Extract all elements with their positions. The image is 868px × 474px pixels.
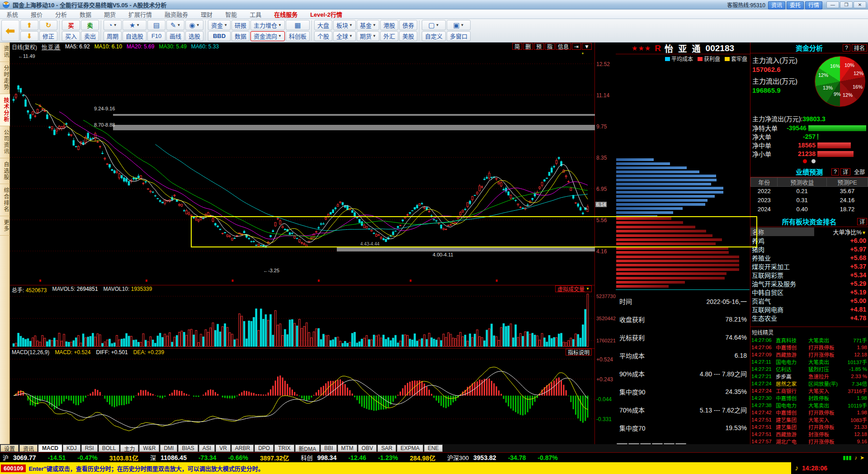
toolbar-买入-button[interactable]: 买入 <box>62 31 80 42</box>
alert-row[interactable]: 14:27:06中嘉博创打开跌停板1.98 <box>750 344 868 351</box>
report-image-icon[interactable]: ▤ <box>147 20 165 30</box>
fund-button-排名[interactable]: 排名 <box>852 44 867 52</box>
board-row-中韩自贸区[interactable]: 中韩自贸区+5.19 <box>750 288 868 296</box>
menu-扩展行情[interactable]: 扩展行情 <box>122 10 158 19</box>
alert-row[interactable]: 14:27:30中嘉博创封跌停板1.98 <box>750 394 868 402</box>
alert-row[interactable]: 14:27:42中嘉博创打开跌停板1.98 <box>750 409 868 416</box>
pencil-icon[interactable]: ✎▼ <box>166 20 184 30</box>
menu-报价[interactable]: 报价 <box>24 10 49 19</box>
menu-数据[interactable]: 数据 <box>73 10 98 19</box>
board-row-生态农业[interactable]: 生态农业+4.78 <box>750 313 868 322</box>
board-row-油气开采及服务[interactable]: 油气开采及服务+5.29 <box>750 279 868 288</box>
virtual-volume-button[interactable]: 虚拟成交量▼ <box>555 285 592 292</box>
indicator-tab-TRIX[interactable]: TRIX <box>274 445 294 452</box>
chart-area[interactable]: 日线(复权) 怡亚通 MA5: 6.92MA10: 6.10MA20: 5.69… <box>10 43 595 444</box>
board-row-煤炭开采加工[interactable]: 煤炭开采加工+5.37 <box>750 262 868 270</box>
kline-volume-macd-canvas[interactable] <box>10 43 595 446</box>
board-row-互联网彩票[interactable]: 互联网彩票+5.34 <box>750 270 868 279</box>
kline-button-信息[interactable]: 信息 <box>556 43 571 50</box>
fund-button-?[interactable]: ? <box>843 44 850 52</box>
toolbar-F10-button[interactable]: F10 <box>147 31 165 42</box>
board-row-页岩气[interactable]: 页岩气+5.00 <box>750 296 868 305</box>
up-arrow-icon[interactable]: ⬆ <box>20 20 38 30</box>
board-row-互联网电商[interactable]: 互联网电商+4.81 <box>750 305 868 313</box>
kline-button-指[interactable]: 指 <box>545 43 555 50</box>
indicator-tab-SAR[interactable]: SAR <box>377 445 396 452</box>
toolbar-卖出-button[interactable]: 卖出 <box>81 31 99 42</box>
toolbar-外汇-button[interactable]: 外汇 <box>380 31 398 42</box>
indicator-tab-KDJ[interactable]: KDJ <box>63 445 80 452</box>
menu-分析[interactable]: 分析 <box>49 10 73 19</box>
alert-row[interactable]: 14:27:51建艺集团打开跌停板21.33 <box>750 423 868 431</box>
indicator-tab-BOLL[interactable]: BOLL <box>99 445 120 452</box>
menu-Level-2行情[interactable]: Level-2行情 <box>304 10 349 19</box>
board-row-养殖业[interactable]: 养殖业+5.68 <box>750 253 868 262</box>
menu-期货[interactable]: 期货 <box>98 10 122 19</box>
alert-row[interactable]: 14:27:21亿利达猛烈打压-1.85 % <box>750 365 868 373</box>
toolbar-期货-button[interactable]: 期货▼ <box>357 31 379 42</box>
toolbar-买-button[interactable]: 买 <box>62 20 80 30</box>
indicator-tab-OBV[interactable]: OBV <box>358 445 377 452</box>
indicator-tab-BBI[interactable]: BBI <box>321 445 336 452</box>
toolbar-资金流向-button[interactable]: 资金流向▼ <box>250 31 285 42</box>
alert-row[interactable]: 14:27:06直真科技大笔卖出771手 <box>750 337 868 344</box>
indicator-tab-新DMA[interactable]: 新DMA <box>295 445 320 452</box>
indicator-tab-ASI[interactable]: ASI <box>199 445 215 452</box>
alert-row[interactable]: 14:27:09西藏旅游打开涨停板12.18 <box>750 351 868 358</box>
refresh-icon[interactable]: ↻ <box>39 20 57 30</box>
indicator-tab-MACD[interactable]: MACD <box>38 445 62 452</box>
indicator-tab-EXPMA[interactable]: EXPMA <box>397 445 423 452</box>
tab-设置[interactable]: 设置 <box>0 445 19 452</box>
menu-在线服务[interactable]: 在线服务 <box>268 10 304 19</box>
pager-dots[interactable] <box>750 159 868 163</box>
toolbar-美股-button[interactable]: 美股 <box>399 31 417 42</box>
board-row-猪肉[interactable]: 猪肉+5.97 <box>750 245 868 253</box>
toolbar-数据-button[interactable]: 数据 <box>231 31 250 42</box>
alert-bell-icon[interactable]: ♪ <box>854 455 857 461</box>
indicator-tab-DMI[interactable]: DMI <box>160 445 177 452</box>
pager-dot[interactable] <box>811 159 816 163</box>
toolbar-周期-button[interactable]: 周期 <box>104 31 122 42</box>
board-detail-button[interactable]: 详 <box>857 218 867 225</box>
indicator-tab-VR[interactable]: VR <box>216 445 231 452</box>
indicator-tab-ENE[interactable]: ENE <box>424 445 443 452</box>
indicator-tab-BIAS[interactable]: BIAS <box>178 445 198 452</box>
stock-code-box[interactable]: 600109 <box>1 465 26 472</box>
menu-智能[interactable]: 智能 <box>219 10 243 19</box>
menu-工具[interactable]: 工具 <box>243 10 268 19</box>
kline-button-简[interactable]: 简 <box>512 43 522 50</box>
indicator-tab-主力[interactable]: 主力 <box>120 445 138 452</box>
pager-dot-active[interactable] <box>803 159 807 163</box>
clock-icon[interactable]: ◔▼ <box>104 20 122 30</box>
sidebar-item-公司资讯[interactable]: 公司资讯 <box>0 126 10 158</box>
kline-button-⇥[interactable]: ⇥ <box>572 43 581 50</box>
sidebar-item-自选股[interactable]: 自选股 <box>0 158 10 184</box>
alert-row[interactable]: 14:27:24居然之家区间放量(平)7.34倍 <box>750 380 868 387</box>
toolbar-画线-button[interactable]: 画线 <box>166 31 184 42</box>
forecast-button-全部[interactable]: 全部 <box>852 168 867 175</box>
tab-资讯[interactable]: 资讯 <box>19 445 38 452</box>
alert-row[interactable]: 14:27:24工商银行大笔买入37116手 <box>750 387 868 394</box>
sidebar-item-综合排名[interactable]: 综合排名 <box>0 184 10 216</box>
globe-icon[interactable]: ◉▼ <box>185 20 203 30</box>
toolbar-自选股-button[interactable]: 自选股 <box>123 31 146 42</box>
menu-融资融券[interactable]: 融资融券 <box>158 10 194 19</box>
toolbar-大盘-button[interactable]: 大盘 <box>314 20 332 30</box>
favorites-folder-icon[interactable]: ★▼ <box>123 20 146 30</box>
toolbar-多窗口-button[interactable]: 多窗口 <box>447 31 471 42</box>
bell-icon[interactable]: ♪ <box>795 464 798 472</box>
indicator-help-button[interactable]: 指标说明 <box>566 349 592 356</box>
toolbar-主力增仓-button[interactable]: 主力增仓▼ <box>250 20 285 30</box>
titlebar-button[interactable]: 行情 <box>805 1 822 9</box>
toolbar-全球-button[interactable]: 全球▼ <box>333 31 356 42</box>
forecast-button-详[interactable]: 详 <box>840 168 850 175</box>
toolbar-资金-button[interactable]: 资金▼ <box>208 20 231 30</box>
sidebar-item-技术分析[interactable]: 技术分析 <box>0 94 10 126</box>
alert-row[interactable]: 14:27:11国电电力大笔卖出10137手 <box>750 358 868 365</box>
titlebar-button[interactable]: 资讯 <box>768 1 785 9</box>
sidebar-item-资讯[interactable]: 资讯 <box>0 43 10 62</box>
multi-window-icon[interactable]: ▣▼ <box>447 20 471 30</box>
kline-button-预[interactable]: 预 <box>534 43 544 50</box>
menu-理财[interactable]: 理财 <box>194 10 219 19</box>
toolbar-BBD-button[interactable]: BBD <box>208 31 231 42</box>
